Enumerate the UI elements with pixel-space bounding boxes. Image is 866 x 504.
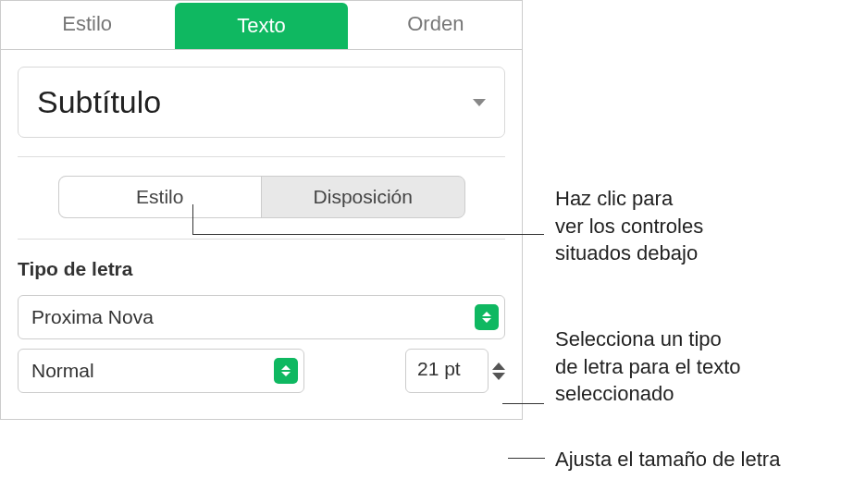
chevron-down-icon (473, 99, 486, 106)
callout-line (192, 204, 193, 234)
callout-line (502, 403, 544, 404)
updown-icon (475, 304, 499, 330)
font-weight-select[interactable]: Normal (18, 349, 304, 393)
format-panel: Estilo Texto Orden Subtítulo Estilo Disp… (0, 0, 523, 420)
font-weight-value: Normal (31, 360, 94, 382)
callout-segment: Haz clic para ver los controles situados… (555, 185, 703, 267)
tab-text[interactable]: Texto (175, 3, 347, 49)
divider (18, 239, 505, 240)
paragraph-style-select[interactable]: Subtítulo (18, 67, 505, 138)
stepper-up-icon[interactable] (492, 363, 505, 370)
divider (18, 156, 505, 157)
font-family-select[interactable]: Proxima Nova (18, 295, 505, 339)
font-section-label: Tipo de letra (18, 258, 505, 280)
callout-font-size: Ajusta el tamaño de letra (555, 446, 780, 473)
font-size-stepper: 21 pt (405, 349, 505, 393)
segment-layout[interactable]: Disposición (262, 177, 464, 217)
updown-icon (274, 358, 298, 384)
panel-tabs: Estilo Texto Orden (1, 1, 522, 50)
stepper-buttons (492, 349, 505, 393)
callout-line (508, 458, 545, 459)
segment-style[interactable]: Estilo (59, 177, 263, 217)
text-subpanel-segment: Estilo Disposición (58, 176, 465, 218)
font-family-value: Proxima Nova (31, 306, 154, 328)
stepper-down-icon[interactable] (492, 373, 505, 380)
font-size-input[interactable]: 21 pt (405, 349, 489, 393)
tab-order[interactable]: Orden (350, 1, 522, 49)
callout-line (192, 234, 544, 235)
paragraph-style-value: Subtítulo (37, 84, 161, 120)
callout-font-family: Selecciona un tipo de letra para el text… (555, 326, 741, 408)
tab-style[interactable]: Estilo (1, 1, 173, 49)
